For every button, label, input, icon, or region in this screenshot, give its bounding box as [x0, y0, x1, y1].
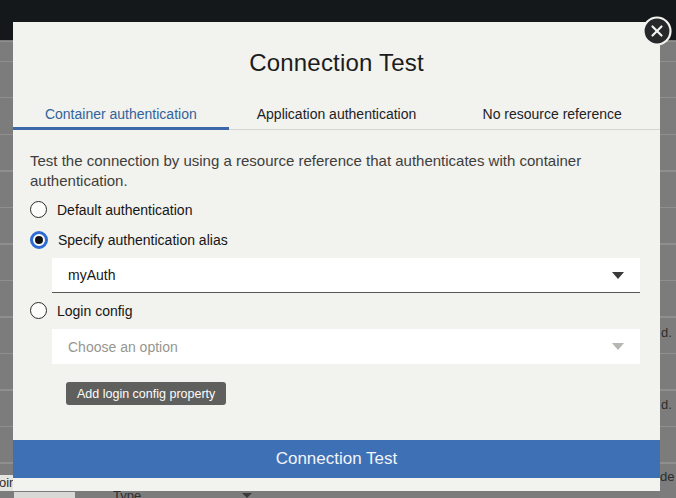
- background-text-fragment-right-3: de: [660, 470, 674, 484]
- radio-label: Login config: [57, 303, 133, 319]
- background-text-fragment-right-2: d.: [661, 398, 672, 412]
- tab-container-authentication[interactable]: Container authentication: [13, 98, 229, 129]
- background-text-fragment-right-1: d.: [661, 326, 672, 340]
- screen: oint d. d. de Type Connection Test Conta…: [0, 0, 676, 498]
- add-login-config-property-button[interactable]: Add login config property: [66, 382, 226, 405]
- radio-login-config[interactable]: Login config: [30, 302, 133, 319]
- radio-button-selected-icon[interactable]: [30, 231, 48, 249]
- connection-test-dialog: Connection Test Container authentication…: [13, 22, 660, 491]
- tab-no-resource-reference[interactable]: No resource reference: [444, 98, 660, 129]
- tab-label: No resource reference: [483, 106, 622, 122]
- authentication-alias-dropdown[interactable]: myAuth: [52, 258, 640, 293]
- login-config-dropdown[interactable]: Choose an option: [52, 329, 640, 364]
- tab-label: Application authentication: [257, 106, 417, 122]
- radio-default-authentication[interactable]: Default authentication: [30, 201, 192, 218]
- tab-application-authentication[interactable]: Application authentication: [229, 98, 445, 129]
- chevron-down-icon: [612, 272, 624, 279]
- radio-button-icon[interactable]: [30, 201, 47, 218]
- background-left-text-band: oint: [0, 475, 13, 491]
- background-select-stub: [14, 492, 75, 498]
- tab-label: Container authentication: [45, 106, 197, 122]
- background-chevron-down-icon: [242, 493, 252, 498]
- background-text-fragment-oint: oint: [0, 476, 13, 490]
- radio-label: Specify authentication alias: [58, 232, 228, 248]
- radio-button-icon[interactable]: [30, 302, 47, 319]
- radio-specify-authentication-alias[interactable]: Specify authentication alias: [30, 231, 228, 249]
- dropdown-placeholder: Choose an option: [68, 339, 178, 355]
- dialog-description: Test the connection by using a resource …: [30, 151, 590, 191]
- connection-test-button[interactable]: Connection Test: [13, 440, 660, 478]
- authentication-tabs: Container authentication Application aut…: [13, 98, 660, 130]
- dialog-title: Connection Test: [13, 49, 660, 77]
- chevron-down-icon: [612, 343, 624, 350]
- radio-label: Default authentication: [57, 202, 192, 218]
- dropdown-selected-value: myAuth: [68, 267, 115, 283]
- close-button[interactable]: [642, 16, 672, 46]
- close-icon: [642, 16, 672, 46]
